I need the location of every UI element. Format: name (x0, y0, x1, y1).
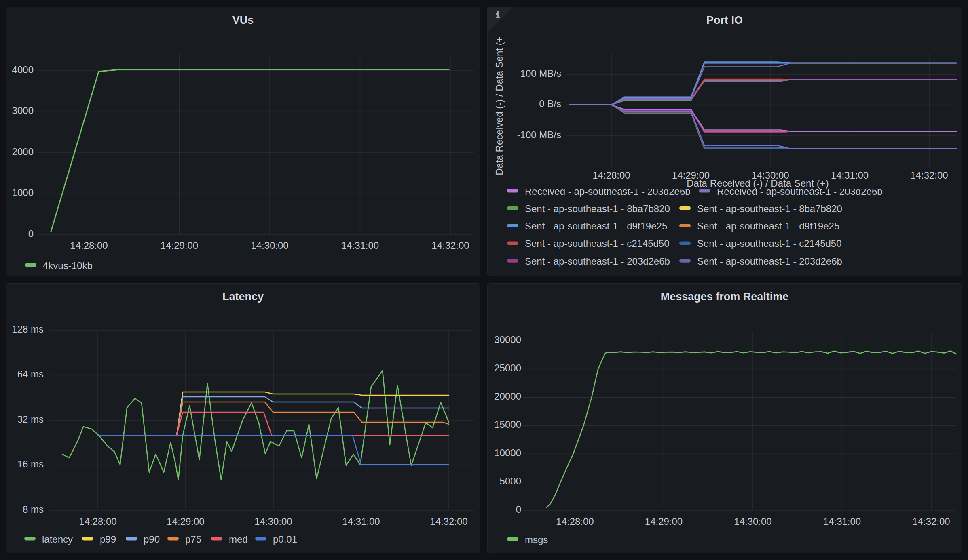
svg-text:14:28:00: 14:28:00 (556, 516, 594, 527)
svg-text:p0.01: p0.01 (273, 534, 297, 545)
svg-text:14:28:00: 14:28:00 (70, 240, 108, 251)
svg-text:8 ms: 8 ms (23, 504, 44, 515)
svg-text:Sent - ap-southeast-1 - d9f19e: Sent - ap-southeast-1 - d9f19e25 (525, 221, 667, 232)
svg-text:15000: 15000 (494, 419, 521, 430)
svg-text:Sent - ap-southeast-1 - 203d2e: Sent - ap-southeast-1 - 203d2e6b (525, 256, 670, 267)
svg-text:4000: 4000 (12, 64, 34, 75)
svg-text:14:30:00: 14:30:00 (251, 240, 288, 251)
svg-text:4kvus-10kb: 4kvus-10kb (43, 260, 93, 271)
svg-text:25000: 25000 (494, 362, 521, 373)
svg-text:Latency: Latency (222, 291, 264, 303)
svg-text:14:29:00: 14:29:00 (167, 516, 204, 527)
svg-text:VUs: VUs (232, 14, 254, 26)
svg-text:0 B/s: 0 B/s (539, 98, 561, 109)
svg-text:msgs: msgs (525, 534, 548, 545)
svg-text:14:28:00: 14:28:00 (592, 170, 630, 181)
svg-text:14:32:00: 14:32:00 (430, 516, 467, 527)
svg-text:5000: 5000 (500, 476, 521, 486)
svg-text:Sent - ap-southeast-1 - 203d2e: Sent - ap-southeast-1 - 203d2e6b (697, 256, 842, 267)
svg-text:14:31:00: 14:31:00 (831, 170, 869, 181)
svg-text:14:32:00: 14:32:00 (431, 240, 469, 251)
svg-text:med: med (229, 534, 248, 545)
svg-text:-100 MB/s: -100 MB/s (517, 129, 561, 140)
svg-text:Sent - ap-southeast-1 - 8ba7b8: Sent - ap-southeast-1 - 8ba7b820 (697, 203, 842, 214)
svg-text:16 ms: 16 ms (17, 459, 44, 469)
svg-text:14:31:00: 14:31:00 (823, 516, 861, 527)
svg-text:latency: latency (42, 534, 73, 545)
svg-text:Data Received (-) / Data Sent: Data Received (-) / Data Sent (+ (494, 36, 505, 175)
svg-text:Sent - ap-southeast-1 - d9f19e: Sent - ap-southeast-1 - d9f19e25 (697, 221, 839, 232)
svg-text:14:31:00: 14:31:00 (342, 516, 380, 527)
svg-text:0: 0 (28, 228, 34, 239)
svg-text:Port IO: Port IO (706, 14, 743, 26)
svg-text:14:30:00: 14:30:00 (254, 516, 292, 527)
svg-text:1000: 1000 (12, 187, 34, 198)
svg-text:100 MB/s: 100 MB/s (520, 68, 561, 79)
svg-text:0: 0 (516, 504, 521, 515)
svg-text:Sent - ap-southeast-1 - 8ba7b8: Sent - ap-southeast-1 - 8ba7b820 (525, 203, 670, 214)
svg-text:2000: 2000 (12, 146, 34, 157)
svg-text:14:29:00: 14:29:00 (645, 516, 683, 527)
svg-text:14:31:00: 14:31:00 (341, 240, 379, 251)
svg-text:10000: 10000 (494, 447, 521, 458)
svg-text:20000: 20000 (494, 391, 521, 402)
svg-text:p75: p75 (185, 534, 201, 545)
svg-text:3000: 3000 (12, 105, 34, 116)
svg-text:30000: 30000 (494, 334, 521, 345)
svg-text:14:28:00: 14:28:00 (79, 516, 116, 527)
svg-text:Sent - ap-southeast-1 - c2145d: Sent - ap-southeast-1 - c2145d50 (525, 238, 670, 249)
svg-text:128 ms: 128 ms (12, 324, 44, 335)
svg-text:p99: p99 (100, 534, 116, 545)
svg-text:Sent - ap-southeast-1 - c2145d: Sent - ap-southeast-1 - c2145d50 (697, 238, 842, 249)
svg-text:14:32:00: 14:32:00 (910, 170, 948, 181)
svg-text:Messages from Realtime: Messages from Realtime (661, 291, 789, 303)
svg-text:14:29:00: 14:29:00 (161, 240, 198, 251)
svg-text:14:32:00: 14:32:00 (912, 516, 950, 527)
svg-text:14:30:00: 14:30:00 (734, 516, 771, 527)
svg-text:p90: p90 (144, 534, 160, 545)
svg-text:32 ms: 32 ms (17, 414, 44, 425)
svg-text:64 ms: 64 ms (17, 368, 44, 379)
svg-text:Data Received (-) / Data Sent: Data Received (-) / Data Sent (+) (687, 178, 829, 189)
